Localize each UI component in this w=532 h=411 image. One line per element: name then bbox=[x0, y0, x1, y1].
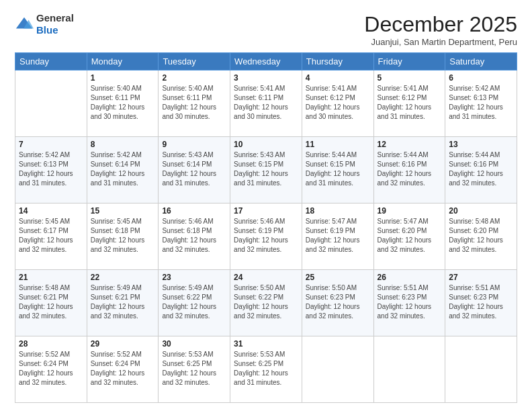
calendar-week-1: 1Sunrise: 5:40 AM Sunset: 6:11 PM Daylig… bbox=[15, 71, 517, 137]
day-number: 18 bbox=[306, 206, 370, 216]
day-number: 23 bbox=[162, 273, 226, 282]
day-number: 14 bbox=[19, 206, 83, 216]
day-number: 3 bbox=[234, 73, 298, 83]
calendar-cell: 1Sunrise: 5:40 AM Sunset: 6:11 PM Daylig… bbox=[87, 71, 159, 137]
calendar-cell: 7Sunrise: 5:42 AM Sunset: 6:13 PM Daylig… bbox=[15, 137, 87, 203]
calendar-cell: 4Sunrise: 5:41 AM Sunset: 6:12 PM Daylig… bbox=[302, 71, 373, 137]
calendar-header-thursday: Thursday bbox=[302, 53, 373, 71]
day-info: Sunrise: 5:52 AM Sunset: 6:24 PM Dayligh… bbox=[19, 350, 83, 387]
day-number: 6 bbox=[449, 73, 513, 83]
day-number: 15 bbox=[91, 206, 155, 216]
calendar-cell: 8Sunrise: 5:42 AM Sunset: 6:14 PM Daylig… bbox=[87, 137, 159, 203]
calendar-cell: 18Sunrise: 5:47 AM Sunset: 6:19 PM Dayli… bbox=[302, 203, 373, 270]
day-number: 11 bbox=[306, 140, 370, 149]
day-number: 12 bbox=[378, 140, 442, 149]
calendar-cell: 19Sunrise: 5:47 AM Sunset: 6:20 PM Dayli… bbox=[373, 203, 445, 270]
calendar-cell: 3Sunrise: 5:41 AM Sunset: 6:11 PM Daylig… bbox=[230, 71, 302, 137]
calendar-header-wednesday: Wednesday bbox=[230, 53, 302, 71]
day-info: Sunrise: 5:48 AM Sunset: 6:20 PM Dayligh… bbox=[449, 217, 513, 255]
calendar-cell: 5Sunrise: 5:41 AM Sunset: 6:12 PM Daylig… bbox=[373, 71, 445, 137]
calendar-week-4: 21Sunrise: 5:48 AM Sunset: 6:21 PM Dayli… bbox=[15, 270, 517, 336]
day-info: Sunrise: 5:40 AM Sunset: 6:11 PM Dayligh… bbox=[162, 84, 226, 122]
calendar-cell bbox=[15, 71, 87, 137]
day-number: 20 bbox=[449, 206, 513, 216]
day-info: Sunrise: 5:44 AM Sunset: 6:16 PM Dayligh… bbox=[378, 150, 442, 188]
calendar-header-friday: Friday bbox=[373, 53, 445, 71]
day-number: 5 bbox=[378, 73, 442, 83]
day-info: Sunrise: 5:48 AM Sunset: 6:21 PM Dayligh… bbox=[19, 283, 83, 321]
calendar-week-5: 28Sunrise: 5:52 AM Sunset: 6:24 PM Dayli… bbox=[15, 336, 517, 403]
calendar-table: SundayMondayTuesdayWednesdayThursdayFrid… bbox=[15, 52, 517, 403]
calendar-cell: 21Sunrise: 5:48 AM Sunset: 6:21 PM Dayli… bbox=[15, 270, 87, 336]
day-info: Sunrise: 5:42 AM Sunset: 6:14 PM Dayligh… bbox=[91, 150, 155, 188]
logo: General Blue bbox=[15, 12, 74, 36]
calendar-header-sunday: Sunday bbox=[15, 53, 87, 71]
logo-general-text: General bbox=[36, 12, 74, 24]
calendar-cell: 16Sunrise: 5:46 AM Sunset: 6:18 PM Dayli… bbox=[159, 203, 230, 270]
day-info: Sunrise: 5:45 AM Sunset: 6:17 PM Dayligh… bbox=[19, 217, 83, 255]
day-number: 30 bbox=[162, 339, 226, 349]
day-info: Sunrise: 5:40 AM Sunset: 6:11 PM Dayligh… bbox=[91, 84, 155, 122]
day-info: Sunrise: 5:51 AM Sunset: 6:23 PM Dayligh… bbox=[378, 283, 442, 321]
day-info: Sunrise: 5:41 AM Sunset: 6:11 PM Dayligh… bbox=[234, 84, 298, 122]
subtitle: Juanjui, San Martin Department, Peru bbox=[364, 37, 517, 47]
header: General Blue December 2025 Juanjui, San … bbox=[15, 12, 517, 47]
day-info: Sunrise: 5:53 AM Sunset: 6:25 PM Dayligh… bbox=[234, 350, 298, 387]
calendar-cell: 2Sunrise: 5:40 AM Sunset: 6:11 PM Daylig… bbox=[159, 71, 230, 137]
calendar-cell: 10Sunrise: 5:43 AM Sunset: 6:15 PM Dayli… bbox=[230, 137, 302, 203]
calendar-cell: 31Sunrise: 5:53 AM Sunset: 6:25 PM Dayli… bbox=[230, 336, 302, 403]
calendar-cell: 17Sunrise: 5:46 AM Sunset: 6:19 PM Dayli… bbox=[230, 203, 302, 270]
day-info: Sunrise: 5:50 AM Sunset: 6:23 PM Dayligh… bbox=[306, 283, 370, 321]
day-info: Sunrise: 5:43 AM Sunset: 6:15 PM Dayligh… bbox=[234, 150, 298, 188]
day-info: Sunrise: 5:44 AM Sunset: 6:15 PM Dayligh… bbox=[306, 150, 370, 188]
calendar-cell bbox=[302, 336, 373, 403]
day-number: 4 bbox=[306, 73, 370, 83]
day-number: 9 bbox=[162, 140, 226, 149]
day-number: 29 bbox=[91, 339, 155, 349]
day-number: 1 bbox=[91, 73, 155, 83]
day-number: 17 bbox=[234, 206, 298, 216]
day-info: Sunrise: 5:43 AM Sunset: 6:14 PM Dayligh… bbox=[162, 150, 226, 188]
day-number: 7 bbox=[19, 140, 83, 149]
day-info: Sunrise: 5:49 AM Sunset: 6:22 PM Dayligh… bbox=[162, 283, 226, 321]
calendar-cell: 25Sunrise: 5:50 AM Sunset: 6:23 PM Dayli… bbox=[302, 270, 373, 336]
calendar-cell bbox=[445, 336, 517, 403]
month-title: December 2025 bbox=[364, 12, 517, 37]
logo-icon bbox=[15, 15, 34, 34]
calendar-cell: 30Sunrise: 5:53 AM Sunset: 6:25 PM Dayli… bbox=[159, 336, 230, 403]
calendar-cell: 11Sunrise: 5:44 AM Sunset: 6:15 PM Dayli… bbox=[302, 137, 373, 203]
day-number: 31 bbox=[234, 339, 298, 349]
day-number: 24 bbox=[234, 273, 298, 282]
calendar-cell: 20Sunrise: 5:48 AM Sunset: 6:20 PM Dayli… bbox=[445, 203, 517, 270]
day-number: 28 bbox=[19, 339, 83, 349]
day-info: Sunrise: 5:51 AM Sunset: 6:23 PM Dayligh… bbox=[449, 283, 513, 321]
title-area: December 2025 Juanjui, San Martin Depart… bbox=[364, 12, 517, 47]
day-info: Sunrise: 5:41 AM Sunset: 6:12 PM Dayligh… bbox=[378, 84, 442, 122]
calendar-cell: 12Sunrise: 5:44 AM Sunset: 6:16 PM Dayli… bbox=[373, 137, 445, 203]
logo-blue-text: Blue bbox=[36, 24, 58, 36]
day-info: Sunrise: 5:46 AM Sunset: 6:18 PM Dayligh… bbox=[162, 217, 226, 255]
calendar-cell: 28Sunrise: 5:52 AM Sunset: 6:24 PM Dayli… bbox=[15, 336, 87, 403]
calendar-cell: 6Sunrise: 5:42 AM Sunset: 6:13 PM Daylig… bbox=[445, 71, 517, 137]
calendar-week-2: 7Sunrise: 5:42 AM Sunset: 6:13 PM Daylig… bbox=[15, 137, 517, 203]
logo-text: General Blue bbox=[36, 12, 74, 36]
calendar-cell: 26Sunrise: 5:51 AM Sunset: 6:23 PM Dayli… bbox=[373, 270, 445, 336]
day-info: Sunrise: 5:45 AM Sunset: 6:18 PM Dayligh… bbox=[91, 217, 155, 255]
day-info: Sunrise: 5:50 AM Sunset: 6:22 PM Dayligh… bbox=[234, 283, 298, 321]
calendar-cell: 9Sunrise: 5:43 AM Sunset: 6:14 PM Daylig… bbox=[159, 137, 230, 203]
calendar-cell: 27Sunrise: 5:51 AM Sunset: 6:23 PM Dayli… bbox=[445, 270, 517, 336]
calendar-cell: 22Sunrise: 5:49 AM Sunset: 6:21 PM Dayli… bbox=[87, 270, 159, 336]
day-info: Sunrise: 5:42 AM Sunset: 6:13 PM Dayligh… bbox=[449, 84, 513, 122]
day-number: 8 bbox=[91, 140, 155, 149]
calendar-header-tuesday: Tuesday bbox=[159, 53, 230, 71]
day-info: Sunrise: 5:52 AM Sunset: 6:24 PM Dayligh… bbox=[91, 350, 155, 387]
day-info: Sunrise: 5:41 AM Sunset: 6:12 PM Dayligh… bbox=[306, 84, 370, 122]
day-number: 13 bbox=[449, 140, 513, 149]
calendar-cell: 14Sunrise: 5:45 AM Sunset: 6:17 PM Dayli… bbox=[15, 203, 87, 270]
day-number: 2 bbox=[162, 73, 226, 83]
day-info: Sunrise: 5:49 AM Sunset: 6:21 PM Dayligh… bbox=[91, 283, 155, 321]
calendar-header-saturday: Saturday bbox=[445, 53, 517, 71]
day-number: 21 bbox=[19, 273, 83, 282]
day-info: Sunrise: 5:53 AM Sunset: 6:25 PM Dayligh… bbox=[162, 350, 226, 387]
day-number: 25 bbox=[306, 273, 370, 282]
